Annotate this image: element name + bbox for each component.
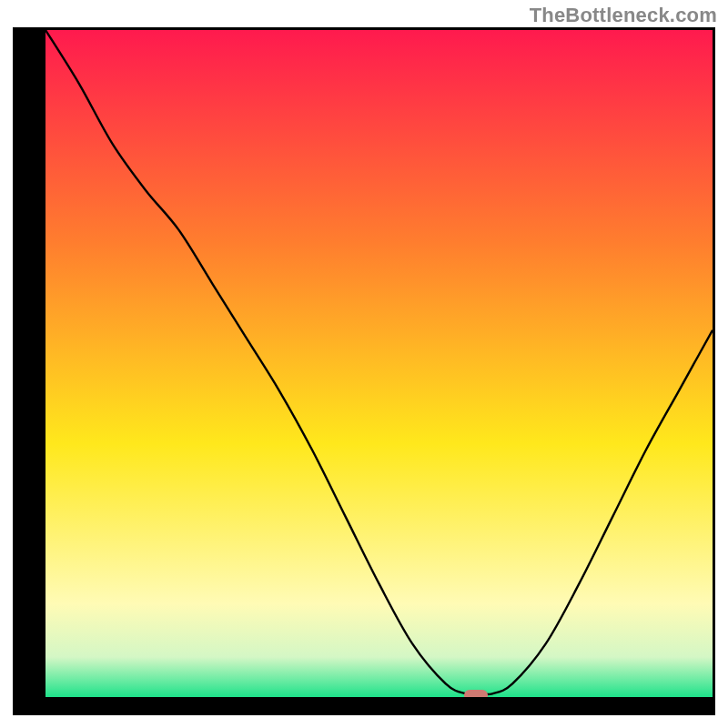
chart-container: TheBottleneck.com (0, 0, 728, 728)
gradient-background (46, 30, 713, 697)
optimal-point-marker (464, 690, 488, 697)
plot-area (46, 30, 713, 697)
chart-svg (46, 30, 713, 697)
watermark-text: TheBottleneck.com (530, 4, 717, 27)
chart-frame (13, 27, 715, 715)
